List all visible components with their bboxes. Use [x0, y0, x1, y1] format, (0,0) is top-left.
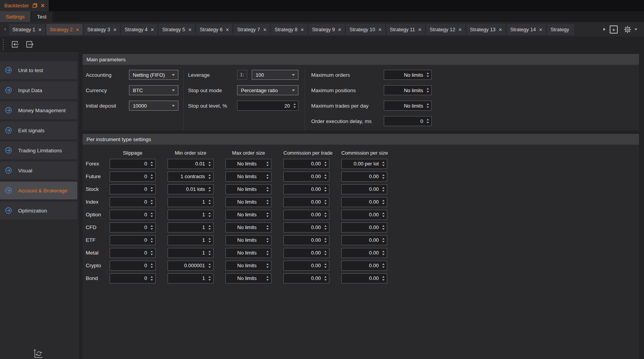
restore-window-icon[interactable] — [32, 3, 37, 8]
spinner-up-icon[interactable] — [427, 103, 429, 105]
spinner-down-icon[interactable] — [427, 122, 429, 123]
spinner-up-icon[interactable] — [382, 212, 385, 214]
spinner-down-icon[interactable] — [382, 216, 385, 217]
min-order-size-spinner[interactable]: 1 — [168, 235, 214, 245]
strategy-tab[interactable]: Strategy 11 × — [386, 24, 425, 35]
spinner-up-icon[interactable] — [208, 162, 211, 163]
strategy-tab[interactable]: Strategy 13 × — [466, 24, 505, 35]
close-icon[interactable]: × — [225, 27, 229, 32]
spinner-down-icon[interactable] — [382, 177, 385, 179]
spinner-up-icon[interactable] — [382, 263, 385, 265]
spinner-up-icon[interactable] — [324, 187, 327, 189]
commission-per-trade-spinner[interactable]: 0.00 — [283, 222, 329, 233]
min-order-size-spinner[interactable]: 1 — [168, 248, 214, 258]
sidebar-item[interactable]: Money Management — [0, 101, 77, 119]
spinner-down-icon[interactable] — [151, 216, 153, 217]
spinner-down-icon[interactable] — [382, 266, 385, 268]
min-order-size-spinner[interactable]: 1 — [168, 222, 214, 233]
slippage-spinner[interactable]: 0 — [110, 235, 156, 245]
spinner-up-icon[interactable] — [324, 162, 327, 163]
spinner-up-icon[interactable] — [151, 263, 153, 265]
spinner-up-icon[interactable] — [208, 187, 211, 189]
spinner-up-icon[interactable] — [151, 238, 153, 239]
spinner-up-icon[interactable] — [427, 72, 429, 74]
spinner-down-icon[interactable] — [324, 190, 327, 192]
spinner-down-icon[interactable] — [151, 241, 153, 243]
close-icon[interactable]: × — [300, 27, 304, 32]
spinner-down-icon[interactable] — [208, 203, 211, 204]
spinner-down-icon[interactable] — [208, 228, 211, 230]
slippage-spinner[interactable]: 0 — [110, 248, 156, 258]
max-order-size-spinner[interactable]: No limits — [225, 159, 271, 169]
spinner-up-icon[interactable] — [324, 276, 327, 278]
spinner-down-icon[interactable] — [266, 165, 269, 166]
spinner-down-icon[interactable] — [324, 266, 327, 268]
spinner-down-icon[interactable] — [151, 254, 153, 255]
spinner-up-icon[interactable] — [324, 263, 327, 265]
spinner-up-icon[interactable] — [151, 174, 153, 176]
strategy-tab[interactable]: Strategy 14 × — [507, 24, 546, 35]
spinner-up-icon[interactable] — [382, 251, 385, 252]
spinner-down-icon[interactable] — [151, 165, 153, 166]
export-settings-button[interactable] — [25, 40, 34, 49]
spinner-up-icon[interactable] — [266, 187, 269, 189]
close-icon[interactable]: × — [188, 27, 192, 32]
maximum-orders-spinner[interactable]: No limits — [384, 70, 432, 80]
spinner-down-icon[interactable] — [266, 228, 269, 230]
spinner-up-icon[interactable] — [427, 119, 429, 120]
commission-per-size-spinner[interactable]: 0.00 — [341, 248, 387, 258]
mode-tab[interactable]: Settings — [0, 11, 31, 22]
sidebar-item[interactable]: Input Data — [0, 81, 77, 99]
add-strategy-button[interactable]: + — [610, 25, 618, 34]
currency-dropdown[interactable]: BTC — [129, 85, 178, 95]
spinner-up-icon[interactable] — [208, 212, 211, 214]
spinner-up-icon[interactable] — [266, 212, 269, 214]
strategy-tab[interactable]: Strategy 3 × — [84, 24, 120, 35]
close-icon[interactable]: × — [418, 27, 422, 32]
min-order-size-spinner[interactable]: 0.000001 — [168, 261, 214, 271]
close-icon[interactable]: × — [499, 27, 502, 32]
max-order-size-spinner[interactable]: No limits — [225, 248, 271, 258]
spinner-up-icon[interactable] — [266, 200, 269, 201]
min-order-size-spinner[interactable]: 1 contracts — [168, 172, 214, 182]
spinner-up-icon[interactable] — [151, 162, 153, 163]
slippage-spinner[interactable]: 0 — [110, 261, 156, 271]
close-icon[interactable]: × — [38, 27, 42, 32]
commission-per-trade-spinner[interactable]: 0.00 — [283, 235, 329, 245]
min-order-size-spinner[interactable]: 0.01 — [168, 159, 214, 169]
close-icon[interactable]: × — [539, 27, 542, 32]
strategy-tab[interactable]: Strategy — [547, 24, 574, 35]
spinner-up-icon[interactable] — [151, 225, 153, 227]
spinner-up-icon[interactable] — [151, 212, 153, 214]
spinner-down-icon[interactable] — [324, 279, 327, 281]
commission-per-size-spinner[interactable]: 0.00 per lot — [341, 159, 387, 169]
commission-per-size-spinner[interactable]: 0.00 — [341, 210, 387, 220]
spinner-up-icon[interactable] — [151, 187, 153, 189]
max-order-size-spinner[interactable]: No limits — [225, 197, 271, 207]
spinner-down-icon[interactable] — [324, 165, 327, 166]
backtester-document-tab[interactable]: Backtester × — [0, 0, 49, 11]
spinner-down-icon[interactable] — [151, 177, 153, 179]
close-icon[interactable]: × — [113, 27, 117, 32]
spinner-down-icon[interactable] — [266, 266, 269, 268]
spinner-down-icon[interactable] — [324, 228, 327, 230]
commission-per-trade-spinner[interactable]: 0.00 — [283, 261, 329, 271]
spinner-up-icon[interactable] — [324, 174, 327, 176]
commission-per-size-spinner[interactable]: 0.00 — [341, 235, 387, 245]
commission-per-size-spinner[interactable]: 0.00 — [341, 197, 387, 207]
spinner-down-icon[interactable] — [266, 190, 269, 192]
spinner-up-icon[interactable] — [266, 225, 269, 227]
spinner-down-icon[interactable] — [266, 216, 269, 217]
min-order-size-spinner[interactable]: 1 — [168, 210, 214, 220]
spinner-up-icon[interactable] — [382, 225, 385, 227]
spinner-down-icon[interactable] — [266, 241, 269, 243]
close-icon[interactable]: × — [151, 27, 154, 32]
spinner-down-icon[interactable] — [208, 216, 211, 217]
spinner-down-icon[interactable] — [382, 165, 385, 166]
spinner-down-icon[interactable] — [151, 279, 153, 281]
commission-per-trade-spinner[interactable]: 0.00 — [283, 273, 329, 283]
initial-deposit-dropdown[interactable]: 10000 — [129, 101, 178, 111]
spinner-down-icon[interactable] — [382, 254, 385, 255]
spinner-up-icon[interactable] — [427, 88, 429, 89]
spinner-down-icon[interactable] — [208, 279, 211, 281]
